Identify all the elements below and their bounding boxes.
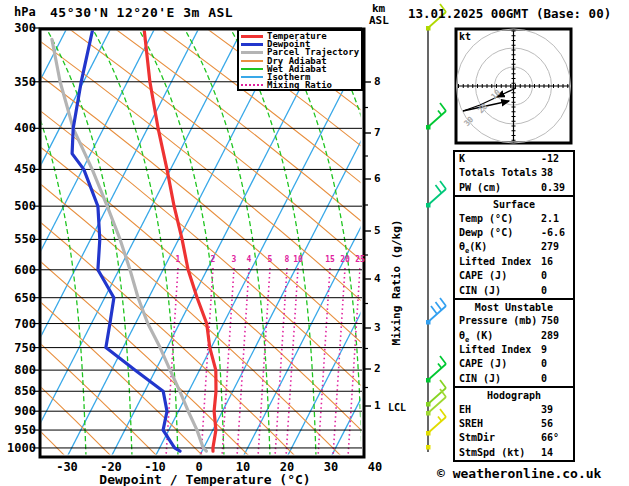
- stat-value: 750: [541, 314, 559, 328]
- pressure-tick-label: 500: [0, 199, 36, 213]
- mixing-ratio-value-label: 1: [172, 255, 184, 264]
- stat-value: 16: [541, 255, 553, 269]
- pressure-tick-label: 750: [0, 341, 36, 355]
- stat-value: 9: [541, 343, 547, 357]
- stat-row: Totals Totals38: [455, 166, 573, 180]
- pressure-tick-label: 350: [0, 75, 36, 89]
- temp-tick-label: 40: [355, 460, 395, 474]
- pressure-tick-label: 550: [0, 232, 36, 246]
- mixing-ratio-value-label: 3: [228, 255, 240, 264]
- pressure-tick-label: 300: [0, 21, 36, 35]
- hodograph-unit-label: kt: [459, 31, 471, 42]
- pressure-tick-label: 950: [0, 423, 36, 437]
- stat-value: -12: [541, 152, 559, 166]
- stat-value: 289: [541, 329, 559, 343]
- stats-panel: K-12Totals Totals38PW (cm)0.39: [453, 150, 575, 197]
- km-tick-label: 6: [374, 172, 392, 185]
- stat-value: 56: [541, 417, 553, 431]
- stat-value: 0: [541, 357, 547, 371]
- skewt-sounding-app: hPa 45°30'N 12°20'E 3m ASL km ASL 13.01.…: [0, 0, 629, 486]
- legend-swatch-solid: [241, 60, 263, 62]
- pressure-tick-label: 650: [0, 291, 36, 305]
- stat-label: StmSpd (kt): [459, 446, 541, 460]
- stat-row: Pressure (mb)750: [455, 314, 573, 328]
- stat-label: CAPE (J): [459, 357, 541, 371]
- legend-swatch-solid: [241, 43, 263, 46]
- wind-barb: [426, 445, 431, 450]
- stat-label: CIN (J): [459, 372, 541, 386]
- pressure-unit-label: hPa: [14, 5, 36, 19]
- legend-box: TemperatureDewpointParcel TrajectoryDry …: [237, 29, 363, 91]
- mixing-ratio-value-label: 25: [354, 255, 366, 264]
- stat-label: SREH: [459, 417, 541, 431]
- stat-row: K-12: [455, 152, 573, 166]
- mixing-ratio-value-label: 10: [292, 255, 304, 264]
- pressure-tick-label: 1000: [0, 441, 36, 455]
- mixing-ratio-axis-caption: Mixing Ratio (g/kg): [390, 213, 403, 353]
- stat-label: CIN (J): [459, 284, 541, 298]
- hodograph: [456, 29, 571, 143]
- mixing-ratio-value-label: 20: [339, 255, 351, 264]
- wind-barb: [426, 103, 446, 130]
- stats-panel-header: Most Unstable: [455, 300, 573, 314]
- pressure-tick-label: 900: [0, 404, 36, 418]
- stat-label: Lifted Index: [459, 343, 541, 357]
- stat-row: θe(K)279: [455, 240, 573, 254]
- pressure-tick-label: 800: [0, 363, 36, 377]
- legend-swatch-solid: [241, 51, 263, 54]
- stat-label: Dewp (°C): [459, 226, 541, 240]
- copyright-text: © weatheronline.co.uk: [437, 466, 601, 481]
- stat-value: 0: [541, 372, 547, 386]
- stat-value: 66°: [541, 431, 559, 445]
- stat-value: 0: [541, 269, 547, 283]
- stats-panel-header: Hodograph: [455, 388, 573, 402]
- wind-barb: [426, 298, 446, 325]
- stat-value: 14: [541, 446, 553, 460]
- stat-label: Pressure (mb): [459, 314, 541, 328]
- wind-barb: [426, 356, 446, 383]
- stat-row: PW (cm)0.39: [455, 181, 573, 195]
- lcl-label: LCL: [388, 402, 406, 413]
- stat-label: θe(K): [459, 240, 541, 254]
- stat-label: Lifted Index: [459, 255, 541, 269]
- stat-row: Lifted Index16: [455, 255, 573, 269]
- stat-label: K: [459, 152, 541, 166]
- stat-label: PW (cm): [459, 181, 541, 195]
- stat-label: StmDir: [459, 431, 541, 445]
- stat-row: CIN (J)0: [455, 284, 573, 298]
- run-date-title: 13.01.2025 00GMT (Base: 00): [408, 6, 611, 21]
- pressure-tick-label: 450: [0, 162, 36, 176]
- stat-label: CAPE (J): [459, 269, 541, 283]
- stat-value: 0.39: [541, 181, 565, 195]
- pressure-tick-label: 700: [0, 317, 36, 331]
- legend-item: Mixing Ratio: [241, 81, 361, 89]
- stat-value: 39: [541, 403, 553, 417]
- pressure-tick-label: 850: [0, 384, 36, 398]
- stat-row: CAPE (J)0: [455, 269, 573, 283]
- km-tick-label: 7: [374, 126, 392, 139]
- stat-row: SREH56: [455, 417, 573, 431]
- stat-value: -6.6: [541, 226, 565, 240]
- wind-barb: [426, 181, 446, 208]
- km-tick-label: 8: [374, 75, 392, 88]
- stat-label: θe (K): [459, 329, 541, 343]
- station-title: 45°30'N 12°20'E 3m ASL: [50, 5, 233, 20]
- stat-value: 0: [541, 284, 547, 298]
- legend-swatch-solid: [241, 68, 263, 70]
- stats-panel: Most UnstablePressure (mb)750θe (K)289Li…: [453, 298, 575, 388]
- stat-row: Lifted Index9: [455, 343, 573, 357]
- legend-swatch-solid: [241, 35, 263, 38]
- x-axis-caption: Dewpoint / Temperature (°C): [60, 472, 350, 486]
- altitude-unit-asl: ASL: [369, 14, 389, 27]
- stats-panel: HodographEH39SREH56StmDir66°StmSpd (kt)1…: [453, 386, 575, 462]
- stat-row: StmDir66°: [455, 431, 573, 445]
- stat-row: Temp (°C)2.1: [455, 212, 573, 226]
- stat-row: Dewp (°C)-6.6: [455, 226, 573, 240]
- stat-value: 279: [541, 240, 559, 254]
- stats-panel: SurfaceTemp (°C)2.1Dewp (°C)-6.6θe(K)279…: [453, 195, 575, 300]
- pressure-tick-label: 400: [0, 121, 36, 135]
- stats-panel-header: Surface: [455, 197, 573, 211]
- pressure-tick-label: 600: [0, 263, 36, 277]
- mixing-ratio-value-label: 5: [264, 255, 276, 264]
- stat-label: EH: [459, 403, 541, 417]
